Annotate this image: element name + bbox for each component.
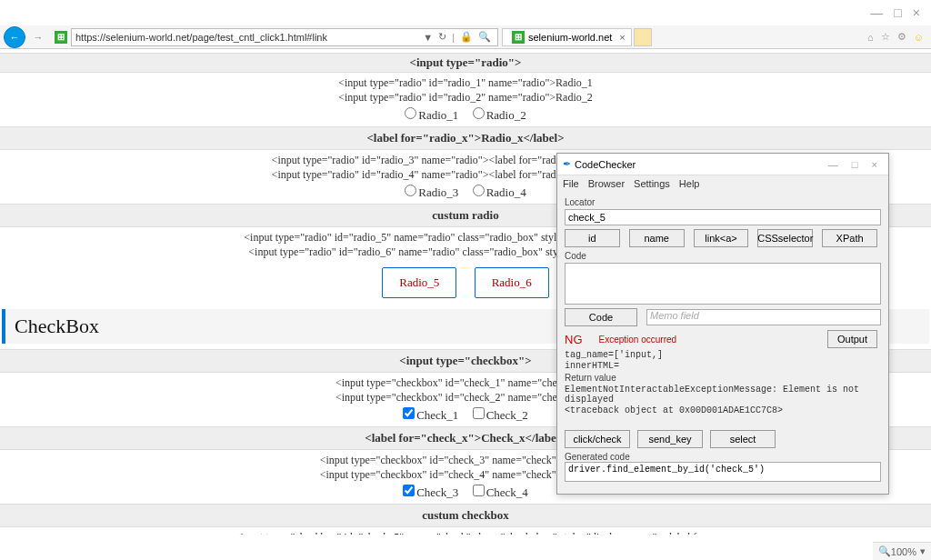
close-icon[interactable]: ×: [913, 5, 920, 20]
address-bar[interactable]: https://selenium-world.net/page/test_cnt…: [71, 28, 498, 46]
cc-close-icon[interactable]: ×: [872, 159, 877, 170]
cc-btn-link[interactable]: link<a>: [694, 229, 749, 247]
tab-favicon: ⊞: [512, 31, 525, 44]
cc-status-ng: NG: [565, 333, 583, 346]
check-2[interactable]: [473, 407, 485, 419]
cc-gen-label: Generated code: [565, 452, 881, 462]
cc-app-icon: ✒: [563, 158, 571, 170]
section-label-radio-x: <label for="radio_x">Radio_x</label>: [0, 126, 931, 150]
cc-send-key-button[interactable]: send_key: [637, 430, 703, 448]
cc-locator-input[interactable]: [565, 209, 881, 225]
back-button[interactable]: ←: [4, 26, 25, 48]
home-icon[interactable]: ⌂: [867, 32, 874, 43]
cc-menu-file[interactable]: File: [563, 178, 579, 189]
minimize-icon[interactable]: —: [870, 5, 883, 20]
tab-title: selenium-world.net: [528, 32, 612, 43]
cc-minimize-icon[interactable]: —: [828, 159, 838, 170]
cc-gen-code[interactable]: driver.find_element_by_id('check_5'): [565, 462, 881, 482]
cc-return-box: ElementNotInteractableExceptionMessage: …: [565, 385, 881, 426]
cc-inner-html: innerHTML=: [565, 361, 881, 371]
radio-5-button[interactable]: Radio_5: [382, 267, 456, 298]
cc-menubar: File Browser Settings Help: [557, 175, 888, 192]
tab-close-icon[interactable]: ×: [619, 32, 625, 43]
cc-status-exception: Exception occurred: [599, 335, 677, 345]
radio-3[interactable]: [405, 185, 416, 196]
favorites-icon[interactable]: ☆: [881, 31, 890, 43]
stop-icon[interactable]: ↻: [438, 31, 446, 43]
cc-btn-css[interactable]: CSSselector: [757, 229, 813, 247]
refresh-icon[interactable]: ▼: [423, 32, 433, 43]
cc-menu-help[interactable]: Help: [679, 178, 700, 189]
cc-locator-label: Locator: [565, 197, 881, 207]
search-icon[interactable]: 🔍: [478, 31, 491, 43]
radio-1[interactable]: [405, 107, 416, 119]
code-radio-2: <input type="radio" id="radio_2" name="r…: [0, 91, 931, 105]
gear-icon[interactable]: ⚙: [897, 31, 906, 43]
code-check-5: <input type="checkbox" id="check_5" name…: [0, 531, 931, 535]
cc-output-button[interactable]: Output: [827, 330, 877, 348]
cc-return-line2: <traceback object at 0x00D001ADAE1CC7C8>: [565, 405, 881, 415]
section-custom-checkbox: custum checkbox: [0, 504, 931, 527]
cc-titlebar[interactable]: ✒ CodeChecker — □ ×: [557, 154, 888, 175]
check-3[interactable]: [403, 485, 415, 496]
smile-icon[interactable]: ☺: [914, 32, 924, 43]
cc-select-button[interactable]: select: [710, 430, 776, 448]
cc-code-label: Code: [565, 251, 881, 261]
cc-maximize-icon[interactable]: □: [852, 159, 858, 170]
maximize-icon[interactable]: □: [894, 5, 901, 20]
cc-menu-settings[interactable]: Settings: [634, 178, 670, 189]
code-radio-1: <input type="radio" id="radio_1" name="r…: [0, 76, 931, 90]
cc-btn-name[interactable]: name: [629, 229, 685, 247]
browser-toolbar: ← → ⊞ https://selenium-world.net/page/te…: [0, 25, 931, 49]
browser-statusbar: 🔍 100% ▾: [873, 542, 931, 560]
section-input-radio: <input type="radio">: [0, 53, 931, 73]
cc-btn-xpath[interactable]: XPath: [822, 229, 877, 247]
tab-selenium-world[interactable]: ⊞ selenium-world.net ×: [502, 28, 632, 46]
cc-return-label: Return value: [565, 373, 881, 383]
zoom-dropdown-icon[interactable]: ▾: [920, 545, 926, 557]
url-text: https://selenium-world.net/page/test_cnt…: [75, 32, 420, 43]
cc-code-button[interactable]: Code: [565, 308, 637, 326]
cc-menu-browser[interactable]: Browser: [588, 178, 625, 189]
zoom-icon[interactable]: 🔍: [878, 545, 891, 557]
check-1[interactable]: [403, 407, 415, 419]
forward-button[interactable]: →: [27, 26, 49, 48]
cc-tag-name: tag_name=['input,]: [565, 350, 881, 360]
cc-btn-id[interactable]: id: [565, 229, 620, 247]
radio-2[interactable]: [473, 107, 485, 119]
cc-click-check-button[interactable]: click/check: [565, 430, 630, 448]
site-favicon: ⊞: [55, 31, 67, 44]
lock-icon: 🔒: [460, 31, 473, 43]
cc-return-line1: ElementNotInteractableExceptionMessage: …: [565, 385, 881, 405]
cc-title-text: CodeChecker: [575, 159, 636, 170]
codechecker-window: ✒ CodeChecker — □ × File Browser Setting…: [556, 153, 889, 495]
radio-6-button[interactable]: Radio_6: [475, 267, 549, 298]
os-titlebar: — □ ×: [0, 0, 931, 25]
new-tab-button[interactable]: [634, 28, 652, 46]
check-4[interactable]: [473, 485, 485, 496]
cc-memo-field[interactable]: Memo field: [646, 309, 881, 325]
radio-4[interactable]: [473, 185, 485, 196]
cc-code-textarea[interactable]: [565, 263, 881, 305]
zoom-level: 100%: [891, 546, 916, 557]
